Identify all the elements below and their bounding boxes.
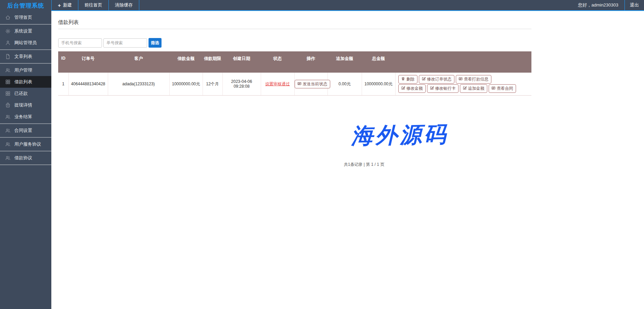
sidebar-item-business-settlement[interactable]: 业务结算 xyxy=(0,111,51,123)
loan-table: ID 订单号 客户 借款金额 借款期限 创建日期 状态 操作 追加金额 总金额 … xyxy=(58,51,531,96)
col-header-created-at: 创建日期 xyxy=(222,51,261,73)
view-contract-button[interactable]: 查看合同 xyxy=(489,84,516,93)
top-nav-left: + 新建 前往首页 清除缓存 xyxy=(51,0,139,10)
cell-operation: 发送当前状态 xyxy=(294,73,327,96)
cell-extra-amount: 0.00元 xyxy=(327,73,362,96)
logout-button[interactable]: 退出 xyxy=(624,0,644,10)
top-bar: 后台管理系统 + 新建 前往首页 清除缓存 您好，admin230303 退出 xyxy=(0,0,644,11)
cell-created-at: 2023-04-06 09:28:08 xyxy=(222,73,261,96)
action-buttons-line-2: 修改金额 修改银行卡 追加金额 xyxy=(398,84,532,93)
sidebar-item-label: 系统设置 xyxy=(14,28,32,34)
top-nav-right: 您好，admin230303 退出 xyxy=(572,0,644,10)
send-current-status-button[interactable]: 发送当前状态 xyxy=(295,80,330,88)
action-buttons-line-1: 删除 修改订单状态 查看打款信息 xyxy=(398,75,532,84)
users-icon xyxy=(5,128,11,133)
top-nav: + 新建 前往首页 清除缓存 您好，admin230303 退出 xyxy=(51,0,644,11)
user-icon xyxy=(5,40,11,46)
col-header-operation: 操作 xyxy=(294,51,327,73)
sidebar-item-withdrawal-details[interactable]: 提现详情 xyxy=(0,99,51,111)
grid-icon xyxy=(5,79,11,85)
sidebar-item-label: 管理首页 xyxy=(14,14,32,21)
phone-search-input[interactable] xyxy=(58,38,102,48)
col-header-id: ID xyxy=(58,51,68,73)
edit-icon xyxy=(430,86,434,91)
status-link[interactable]: 设置审核通过 xyxy=(265,82,290,86)
sidebar-item-label: 文章列表 xyxy=(14,53,32,60)
go-frontend-button[interactable]: 前往首页 xyxy=(78,0,108,10)
add-amount-button[interactable]: 追加金额 xyxy=(460,84,487,93)
grid-icon xyxy=(5,91,11,96)
new-button[interactable]: + 新建 xyxy=(51,0,78,10)
sidebar-item-repaid[interactable]: 已还款 xyxy=(0,88,51,99)
sidebar-item-label: 合同设置 xyxy=(14,127,32,134)
edit-order-status-button[interactable]: 修改订单状态 xyxy=(419,75,454,84)
gear-icon xyxy=(5,28,11,34)
filter-button[interactable]: 筛选 xyxy=(149,38,162,48)
edit-bank-card-button[interactable]: 修改银行卡 xyxy=(427,84,459,93)
pagination-info: 共1条记录 | 第 1 / 1 页 xyxy=(75,162,644,168)
edit-icon xyxy=(422,77,426,82)
view-payment-info-button[interactable]: 查看打款信息 xyxy=(456,75,491,84)
sidebar-item-label: 提现详情 xyxy=(14,102,32,108)
edit-amount-button[interactable]: 修改金额 xyxy=(398,84,426,93)
title-divider xyxy=(58,29,531,29)
users-icon xyxy=(5,155,11,161)
col-header-actions xyxy=(395,51,531,73)
sidebar-item-user-service-agreement[interactable]: 用户服务协议 xyxy=(0,138,51,150)
sidebar-item-contract-settings[interactable]: 合同设置 xyxy=(0,125,51,136)
delete-button[interactable]: 删除 xyxy=(398,75,417,84)
sidebar-item-user-management[interactable]: 用户管理 xyxy=(0,64,51,76)
col-header-loan-amount: 借款金额 xyxy=(169,51,203,73)
cell-id: 1 xyxy=(58,73,68,96)
card-icon xyxy=(491,86,495,91)
sidebar-item-label: 借款协议 xyxy=(14,155,32,161)
sidebar-divider xyxy=(0,49,51,50)
clear-cache-button[interactable]: 清除缓存 xyxy=(108,0,139,10)
watermark-text: 海外源码 xyxy=(351,120,448,151)
card-icon xyxy=(459,77,463,82)
main-content: 借款列表 筛选 ID 订单号 客户 借款金额 借款期限 创建日期 xyxy=(51,11,644,309)
sidebar-divider xyxy=(0,151,51,151)
app-logo[interactable]: 后台管理系统 xyxy=(0,0,51,11)
col-header-loan-term: 借款期限 xyxy=(203,51,222,73)
sidebar-item-admin-home[interactable]: 管理首页 xyxy=(0,12,51,23)
col-header-total-amount: 总金额 xyxy=(362,51,395,73)
sidebar-item-loan-agreement[interactable]: 借款协议 xyxy=(0,152,51,164)
cell-order-no: 406444881340428 xyxy=(68,73,108,96)
sidebar-item-system-settings[interactable]: 系统设置 xyxy=(0,25,51,37)
sidebar-item-loan-list[interactable]: 借款列表 xyxy=(0,76,51,88)
col-header-status: 状态 xyxy=(261,51,294,73)
plus-icon: + xyxy=(58,3,61,8)
sidebar-divider xyxy=(0,164,51,165)
edit-icon xyxy=(401,86,405,91)
sidebar-item-article-list[interactable]: 文章列表 xyxy=(0,51,51,62)
order-search-input[interactable] xyxy=(103,38,147,48)
cell-actions: 删除 修改订单状态 查看打款信息 xyxy=(395,73,531,96)
bag-icon xyxy=(5,102,11,108)
col-header-extra-amount: 追加金额 xyxy=(327,51,362,73)
sidebar-item-label: 已还款 xyxy=(14,90,28,97)
sidebar-item-label: 网站管理员 xyxy=(14,40,37,46)
sidebar: 管理首页 系统设置 网站管理员 文章列表 用户管理 xyxy=(0,11,51,309)
cell-status: 设置审核通过 xyxy=(261,73,294,96)
sidebar-item-label: 用户服务协议 xyxy=(14,141,41,147)
cell-loan-amount: 10000000.00元 xyxy=(169,73,203,96)
home-icon xyxy=(5,15,11,20)
users-icon xyxy=(5,114,11,120)
users-icon xyxy=(5,141,11,147)
sidebar-divider xyxy=(0,123,51,124)
card-icon xyxy=(297,82,301,87)
sidebar-divider xyxy=(0,24,51,25)
sidebar-item-site-admins[interactable]: 网站管理员 xyxy=(0,37,51,49)
col-header-order-no: 订单号 xyxy=(68,51,108,73)
sidebar-divider xyxy=(0,137,51,138)
file-icon xyxy=(5,54,11,59)
cell-loan-term: 12个月 xyxy=(203,73,222,96)
user-greeting: 您好，admin230303 xyxy=(572,0,624,10)
sidebar-item-label: 借款列表 xyxy=(14,79,32,85)
trash-icon xyxy=(401,77,405,82)
cell-customer: adada(12333123) xyxy=(108,73,169,96)
sidebar-divider xyxy=(0,63,51,64)
table-row: 1 406444881340428 adada(12333123) 100000… xyxy=(58,73,531,96)
sidebar-item-label: 业务结算 xyxy=(14,114,32,120)
